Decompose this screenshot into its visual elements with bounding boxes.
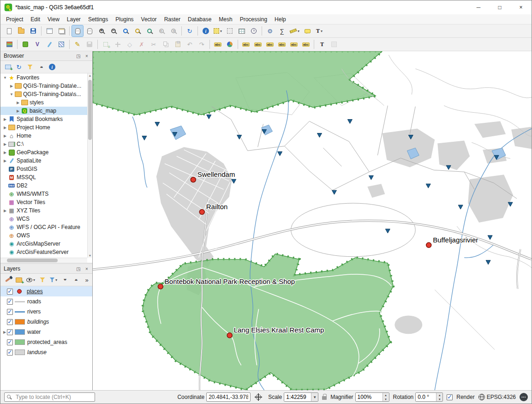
- close-button[interactable]: ×: [510, 0, 532, 14]
- collapse-all-layers-button[interactable]: [71, 275, 81, 285]
- save-layer-edits-button[interactable]: [84, 39, 95, 50]
- open-data-source-manager-button[interactable]: [4, 39, 15, 50]
- browser-properties-button[interactable]: [47, 62, 57, 72]
- browser-item-home[interactable]: ▶Home: [0, 132, 87, 140]
- browser-item-styles[interactable]: ▶styles: [0, 98, 87, 107]
- select-features-button[interactable]: ▾: [212, 25, 223, 36]
- menu-edit[interactable]: Edit: [27, 15, 44, 24]
- browser-item-spatialite[interactable]: ▶SpatiaLite: [0, 157, 87, 165]
- menu-settings[interactable]: Settings: [84, 15, 112, 24]
- layer-item-places[interactable]: places: [0, 286, 92, 296]
- add-selected-layers-button[interactable]: [3, 62, 13, 72]
- scale-combo[interactable]: ▼: [284, 392, 318, 402]
- browser-vscrollbar[interactable]: ▲ ▼: [87, 73, 92, 258]
- rotation-spinbox[interactable]: ▲▼: [415, 392, 443, 402]
- scroll-up-icon[interactable]: ▲: [88, 74, 92, 77]
- save-project-button[interactable]: [28, 25, 39, 36]
- cut-features-button[interactable]: ✂: [148, 39, 159, 50]
- browser-item-ows[interactable]: OWS: [0, 231, 87, 240]
- move-feature-button[interactable]: [112, 39, 123, 50]
- menu-plugins[interactable]: Plugins: [112, 15, 137, 24]
- layer-checkbox[interactable]: [7, 319, 13, 325]
- collapse-all-button[interactable]: [36, 62, 46, 72]
- browser-item-qgis-training-data-s[interactable]: ▼QGIS-Training-Data\s...: [0, 90, 87, 98]
- expander-icon[interactable]: ▼: [9, 92, 14, 96]
- scale-input[interactable]: [284, 393, 311, 401]
- undo-button[interactable]: ↶: [184, 39, 195, 50]
- browser-hscrollbar[interactable]: [0, 258, 87, 263]
- browser-item-spatial-bookmarks[interactable]: ▶Spatial Bookmarks: [0, 115, 87, 123]
- spinner[interactable]: ▲▼: [383, 393, 389, 401]
- zoom-to-layer-button[interactable]: [144, 25, 155, 36]
- menu-processing[interactable]: Processing: [236, 15, 271, 24]
- expander-icon[interactable]: ▶: [2, 142, 8, 146]
- add-group-button[interactable]: [14, 275, 24, 285]
- delete-selected-button[interactable]: ✗: [136, 39, 147, 50]
- browser-item-mssql[interactable]: MSSQL: [0, 173, 87, 181]
- browser-item-c[interactable]: ▶C:\: [0, 140, 87, 148]
- statistical-summary-button[interactable]: ∑: [276, 25, 287, 36]
- browser-item-project-home[interactable]: ▶Project Home: [0, 123, 87, 132]
- map-tips-button[interactable]: [302, 25, 313, 36]
- layer-item-buildings[interactable]: buildings: [0, 317, 92, 327]
- menu-view[interactable]: View: [44, 15, 63, 24]
- menu-vector[interactable]: Vector: [137, 15, 161, 24]
- rotate-label-button[interactable]: [288, 39, 299, 50]
- annotation-toolbar-button[interactable]: [317, 39, 328, 50]
- locate-input[interactable]: [4, 392, 95, 402]
- expander-icon[interactable]: ▶: [2, 126, 8, 130]
- new-shapefile-layer-button[interactable]: [32, 39, 43, 50]
- expander-icon[interactable]: ▶: [2, 330, 7, 334]
- expander-icon[interactable]: ▶: [15, 109, 21, 113]
- browser-item-favorites[interactable]: ▼Favorites: [0, 73, 87, 82]
- move-label-button[interactable]: [276, 39, 287, 50]
- lock-scale-icon[interactable]: [322, 396, 327, 400]
- magnifier-spinbox[interactable]: ▲▼: [355, 392, 389, 402]
- show-hide-labels-button[interactable]: [264, 39, 275, 50]
- filter-legend-button[interactable]: [37, 275, 48, 285]
- deselect-features-button[interactable]: [224, 25, 235, 36]
- browser-item-xyz-tiles[interactable]: ▶XYZ Tiles: [0, 206, 87, 215]
- float-panel-button[interactable]: ◳: [75, 52, 82, 60]
- text-annotation-button[interactable]: ▾: [314, 25, 325, 36]
- highlight-pinned-labels-button[interactable]: [240, 39, 251, 50]
- render-checkbox[interactable]: [447, 394, 453, 400]
- layer-checkbox[interactable]: [7, 289, 13, 295]
- spin-up-icon[interactable]: ▲: [383, 393, 389, 397]
- spin-down-icon[interactable]: ▼: [436, 397, 442, 401]
- decoration-placeholder-button[interactable]: [329, 39, 340, 50]
- layer-checkbox[interactable]: [7, 350, 13, 356]
- expand-all-button[interactable]: [60, 275, 70, 285]
- paste-features-button[interactable]: [172, 39, 183, 50]
- coordinate-input[interactable]: [206, 392, 251, 402]
- toggle-editing-button[interactable]: [72, 39, 83, 50]
- menu-database[interactable]: Database: [184, 15, 215, 24]
- close-panel-button[interactable]: ×: [83, 265, 90, 272]
- pan-map-to-selection-button[interactable]: [84, 25, 95, 36]
- zoom-in-button[interactable]: [96, 25, 107, 36]
- browser-item-geopackage[interactable]: ▶GeoPackage: [0, 148, 87, 157]
- new-spatialite-layer-button[interactable]: [44, 39, 55, 50]
- maximize-button[interactable]: □: [489, 0, 510, 14]
- browser-item-wms-wmts[interactable]: WMS/WMTS: [0, 190, 87, 198]
- crs-widget[interactable]: EPSG:4326: [478, 394, 516, 400]
- open-layer-styling-button[interactable]: [3, 275, 13, 285]
- messages-button[interactable]: ···: [520, 393, 528, 401]
- pin-unpin-labels-button[interactable]: [252, 39, 263, 50]
- layer-item-roads[interactable]: roads: [0, 296, 92, 307]
- browser-item-wfs-ogc-api-feature[interactable]: WFS / OGC API - Feature: [0, 223, 87, 231]
- browser-item-wcs[interactable]: WCS: [0, 215, 87, 223]
- vertex-tool-button[interactable]: ◇: [124, 39, 135, 50]
- new-project-button[interactable]: [4, 25, 15, 36]
- float-panel-button[interactable]: ◳: [75, 265, 82, 272]
- copy-features-button[interactable]: [160, 39, 171, 50]
- new-print-layout-button[interactable]: [44, 25, 55, 36]
- spinner[interactable]: ▲▼: [436, 393, 442, 401]
- layers-overflow-button[interactable]: »: [82, 275, 92, 285]
- menu-project[interactable]: Project: [2, 15, 27, 24]
- scroll-thumb[interactable]: [7, 259, 58, 262]
- expander-icon[interactable]: ▶: [15, 101, 21, 105]
- layer-checkbox[interactable]: [7, 299, 13, 305]
- layer-item-water[interactable]: ▶water: [0, 327, 92, 337]
- processing-toolbox-button[interactable]: ⚙: [264, 25, 275, 36]
